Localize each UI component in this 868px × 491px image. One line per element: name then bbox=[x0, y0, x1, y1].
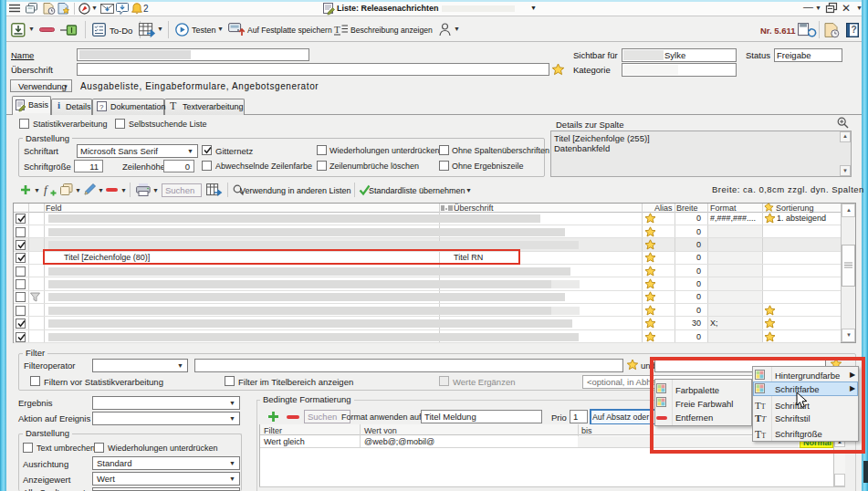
svg-text:f: f bbox=[44, 183, 49, 196]
svg-text:?: ? bbox=[852, 25, 857, 35]
svg-text:T: T bbox=[334, 24, 340, 35]
svg-text:?: ? bbox=[99, 103, 104, 111]
